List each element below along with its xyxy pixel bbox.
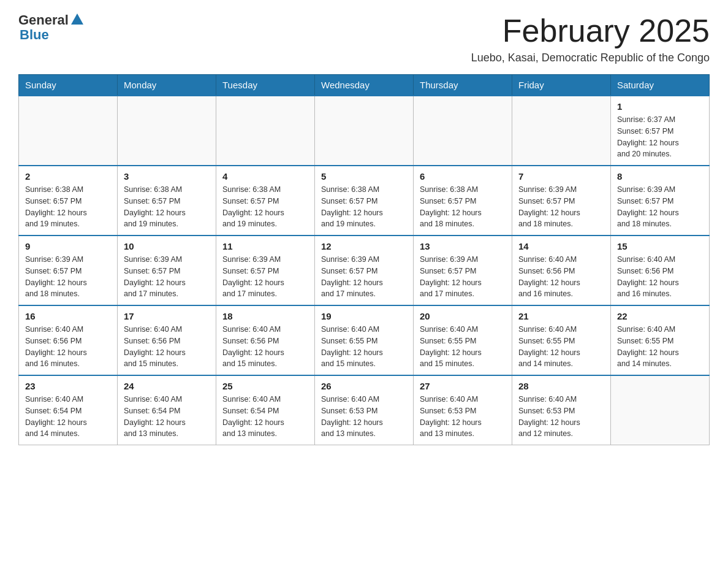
calendar-cell: 15Sunrise: 6:40 AM Sunset: 6:56 PM Dayli… (611, 236, 710, 305)
day-info: Sunrise: 6:40 AM Sunset: 6:56 PM Dayligh… (617, 254, 703, 300)
calendar-cell (118, 96, 216, 166)
logo-blue-text: Blue (20, 27, 49, 43)
day-number: 4 (222, 171, 308, 182)
calendar-cell: 7Sunrise: 6:39 AM Sunset: 6:57 PM Daylig… (512, 166, 611, 236)
calendar-cell: 3Sunrise: 6:38 AM Sunset: 6:57 PM Daylig… (118, 166, 216, 236)
day-number: 17 (124, 311, 210, 321)
weekday-header-tuesday: Tuesday (216, 75, 315, 96)
calendar-cell (216, 96, 315, 166)
day-info: Sunrise: 6:39 AM Sunset: 6:57 PM Dayligh… (222, 254, 308, 300)
day-info: Sunrise: 6:40 AM Sunset: 6:56 PM Dayligh… (25, 324, 111, 370)
calendar-week-row: 2Sunrise: 6:38 AM Sunset: 6:57 PM Daylig… (19, 166, 710, 236)
day-info: Sunrise: 6:40 AM Sunset: 6:55 PM Dayligh… (617, 324, 703, 370)
day-info: Sunrise: 6:40 AM Sunset: 6:55 PM Dayligh… (321, 324, 407, 370)
day-number: 1 (617, 101, 703, 112)
calendar-cell: 1Sunrise: 6:37 AM Sunset: 6:57 PM Daylig… (611, 96, 710, 166)
calendar-cell: 14Sunrise: 6:40 AM Sunset: 6:56 PM Dayli… (512, 236, 611, 305)
calendar-cell (414, 96, 512, 166)
day-number: 3 (124, 171, 210, 182)
day-info: Sunrise: 6:38 AM Sunset: 6:57 PM Dayligh… (420, 184, 506, 230)
logo-triangle-icon (71, 13, 83, 25)
day-number: 26 (321, 381, 407, 391)
weekday-header-monday: Monday (118, 75, 216, 96)
calendar-cell: 27Sunrise: 6:40 AM Sunset: 6:53 PM Dayli… (414, 375, 512, 445)
weekday-header-wednesday: Wednesday (315, 75, 414, 96)
day-info: Sunrise: 6:40 AM Sunset: 6:54 PM Dayligh… (222, 394, 308, 440)
calendar-cell: 18Sunrise: 6:40 AM Sunset: 6:56 PM Dayli… (216, 305, 315, 375)
calendar-cell: 20Sunrise: 6:40 AM Sunset: 6:55 PM Dayli… (414, 305, 512, 375)
day-number: 9 (25, 241, 111, 251)
day-number: 10 (124, 241, 210, 251)
calendar-cell: 12Sunrise: 6:39 AM Sunset: 6:57 PM Dayli… (315, 236, 414, 305)
day-info: Sunrise: 6:40 AM Sunset: 6:54 PM Dayligh… (25, 394, 111, 440)
calendar-week-row: 9Sunrise: 6:39 AM Sunset: 6:57 PM Daylig… (19, 236, 710, 305)
calendar-cell: 10Sunrise: 6:39 AM Sunset: 6:57 PM Dayli… (118, 236, 216, 305)
day-number: 12 (321, 241, 407, 251)
day-info: Sunrise: 6:39 AM Sunset: 6:57 PM Dayligh… (420, 254, 506, 300)
weekday-header-friday: Friday (512, 75, 611, 96)
calendar-cell (512, 96, 611, 166)
day-info: Sunrise: 6:40 AM Sunset: 6:54 PM Dayligh… (124, 394, 210, 440)
calendar-cell: 22Sunrise: 6:40 AM Sunset: 6:55 PM Dayli… (611, 305, 710, 375)
day-info: Sunrise: 6:40 AM Sunset: 6:53 PM Dayligh… (518, 394, 604, 440)
calendar-cell: 19Sunrise: 6:40 AM Sunset: 6:55 PM Dayli… (315, 305, 414, 375)
day-number: 14 (518, 241, 604, 251)
day-info: Sunrise: 6:40 AM Sunset: 6:55 PM Dayligh… (420, 324, 506, 370)
day-number: 15 (617, 241, 703, 251)
day-number: 21 (518, 311, 604, 321)
day-number: 27 (420, 381, 506, 391)
day-info: Sunrise: 6:40 AM Sunset: 6:56 PM Dayligh… (222, 324, 308, 370)
calendar-cell: 23Sunrise: 6:40 AM Sunset: 6:54 PM Dayli… (19, 375, 118, 445)
day-number: 25 (222, 381, 308, 391)
day-number: 28 (518, 381, 604, 391)
day-number: 24 (124, 381, 210, 391)
calendar-cell: 5Sunrise: 6:38 AM Sunset: 6:57 PM Daylig… (315, 166, 414, 236)
day-number: 7 (518, 171, 604, 182)
calendar-cell: 9Sunrise: 6:39 AM Sunset: 6:57 PM Daylig… (19, 236, 118, 305)
day-info: Sunrise: 6:38 AM Sunset: 6:57 PM Dayligh… (124, 184, 210, 230)
day-number: 5 (321, 171, 407, 182)
day-info: Sunrise: 6:40 AM Sunset: 6:56 PM Dayligh… (518, 254, 604, 300)
day-info: Sunrise: 6:38 AM Sunset: 6:57 PM Dayligh… (222, 184, 308, 230)
day-number: 11 (222, 241, 308, 251)
day-info: Sunrise: 6:39 AM Sunset: 6:57 PM Dayligh… (124, 254, 210, 300)
day-number: 2 (25, 171, 111, 182)
weekday-header-thursday: Thursday (414, 75, 512, 96)
day-number: 6 (420, 171, 506, 182)
weekday-header-saturday: Saturday (611, 75, 710, 96)
logo: General Blue (18, 12, 83, 43)
day-number: 22 (617, 311, 703, 321)
weekday-header-sunday: Sunday (19, 75, 118, 96)
day-info: Sunrise: 6:40 AM Sunset: 6:55 PM Dayligh… (518, 324, 604, 370)
day-number: 20 (420, 311, 506, 321)
calendar-cell: 6Sunrise: 6:38 AM Sunset: 6:57 PM Daylig… (414, 166, 512, 236)
month-title: February 2025 (502, 12, 710, 49)
calendar-cell (19, 96, 118, 166)
day-number: 19 (321, 311, 407, 321)
day-number: 13 (420, 241, 506, 251)
calendar-cell: 16Sunrise: 6:40 AM Sunset: 6:56 PM Dayli… (19, 305, 118, 375)
day-info: Sunrise: 6:38 AM Sunset: 6:57 PM Dayligh… (321, 184, 407, 230)
calendar-cell (315, 96, 414, 166)
day-info: Sunrise: 6:37 AM Sunset: 6:57 PM Dayligh… (617, 114, 703, 160)
calendar-cell (611, 375, 710, 445)
day-info: Sunrise: 6:40 AM Sunset: 6:53 PM Dayligh… (321, 394, 407, 440)
calendar-cell: 25Sunrise: 6:40 AM Sunset: 6:54 PM Dayli… (216, 375, 315, 445)
calendar-cell: 2Sunrise: 6:38 AM Sunset: 6:57 PM Daylig… (19, 166, 118, 236)
day-info: Sunrise: 6:39 AM Sunset: 6:57 PM Dayligh… (25, 254, 111, 300)
calendar-cell: 21Sunrise: 6:40 AM Sunset: 6:55 PM Dayli… (512, 305, 611, 375)
day-info: Sunrise: 6:39 AM Sunset: 6:57 PM Dayligh… (321, 254, 407, 300)
calendar-week-row: 23Sunrise: 6:40 AM Sunset: 6:54 PM Dayli… (19, 375, 710, 445)
logo-general-text: General (18, 12, 69, 28)
day-info: Sunrise: 6:38 AM Sunset: 6:57 PM Dayligh… (25, 184, 111, 230)
calendar-table: SundayMondayTuesdayWednesdayThursdayFrid… (18, 74, 710, 445)
calendar-cell: 26Sunrise: 6:40 AM Sunset: 6:53 PM Dayli… (315, 375, 414, 445)
calendar-subtitle: Luebo, Kasai, Democratic Republic of the… (18, 52, 710, 64)
day-info: Sunrise: 6:39 AM Sunset: 6:57 PM Dayligh… (617, 184, 703, 230)
day-number: 8 (617, 171, 703, 182)
calendar-cell: 13Sunrise: 6:39 AM Sunset: 6:57 PM Dayli… (414, 236, 512, 305)
calendar-cell: 24Sunrise: 6:40 AM Sunset: 6:54 PM Dayli… (118, 375, 216, 445)
day-info: Sunrise: 6:39 AM Sunset: 6:57 PM Dayligh… (518, 184, 604, 230)
calendar-cell: 8Sunrise: 6:39 AM Sunset: 6:57 PM Daylig… (611, 166, 710, 236)
calendar-cell: 28Sunrise: 6:40 AM Sunset: 6:53 PM Dayli… (512, 375, 611, 445)
